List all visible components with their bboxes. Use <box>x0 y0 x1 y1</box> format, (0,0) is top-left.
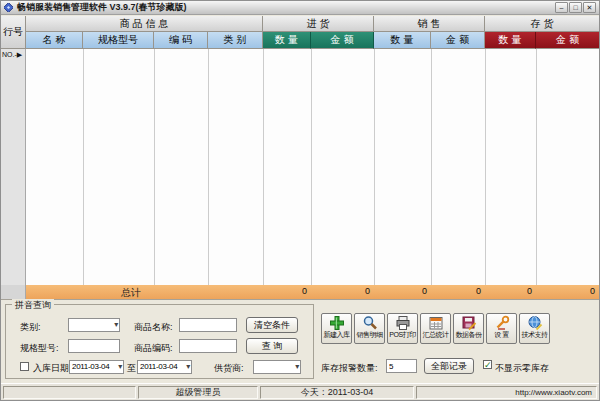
backup-disk-icon <box>461 315 477 331</box>
row-header-column <box>1 49 26 285</box>
grid-vline <box>263 49 264 285</box>
minimize-button[interactable]: – <box>555 2 568 13</box>
group-header-product-info: 商 品 信 息 <box>26 16 263 32</box>
pos-print-button[interactable]: POS打印 <box>387 313 418 344</box>
column-header-purchase-amount: 金 额 <box>311 32 374 49</box>
sales-detail-button[interactable]: 销售明细 <box>354 313 385 344</box>
column-header-stock-qty: 数 量 <box>485 32 536 49</box>
tech-support-button[interactable]: 技术支持 <box>519 313 550 344</box>
title-bar: 畅销服装销售管理软件 V3.9.7(春节珍藏版) – □ ✕ <box>1 1 599 15</box>
close-button[interactable]: ✕ <box>583 2 596 13</box>
grid-bottom-border <box>1 299 599 300</box>
hide-zero-stock-label: 不显示零库存 <box>495 362 549 375</box>
settings-button[interactable]: 设 置 <box>486 313 517 344</box>
toolbar-button-label: 销售明细 <box>355 331 384 339</box>
product-code-label: 商品编码: <box>134 342 173 355</box>
toolbar-button-label: POS打印 <box>388 331 417 339</box>
category-select[interactable]: ▾ <box>68 318 120 332</box>
hide-zero-stock-checkbox[interactable]: ✓ <box>483 360 492 369</box>
column-header-rowno: 行号 <box>1 16 26 49</box>
stockin-date-label: 入库日期: <box>33 362 72 375</box>
status-today: 今天：2011-03-04 <box>260 386 414 399</box>
column-header-spec: 规格型号 <box>83 32 154 49</box>
to-label: 至 <box>127 362 136 375</box>
window-controls: – □ ✕ <box>555 2 596 13</box>
spec-input[interactable] <box>68 339 120 353</box>
all-records-button[interactable]: 全部记录 <box>424 358 474 374</box>
total-sales-amount: 0 <box>431 286 485 296</box>
query-button[interactable]: 查 询 <box>246 338 298 354</box>
stock-alert-input[interactable] <box>386 359 417 373</box>
date-to-picker[interactable]: 2011-03-04 ▾ <box>137 360 192 374</box>
spec-label: 规格型号: <box>20 342 59 355</box>
total-purchase-amount: 0 <box>311 286 374 296</box>
date-from-value: 2011-03-04 <box>72 362 109 371</box>
toolbar-button-label: 设 置 <box>487 331 516 339</box>
status-user: 超级管理员 <box>138 386 258 399</box>
grid-vline <box>83 49 84 285</box>
total-row-corner <box>1 285 26 299</box>
plus-icon <box>329 315 345 331</box>
column-header-code: 编 码 <box>154 32 208 49</box>
chevron-down-icon: ▾ <box>114 321 118 329</box>
maximize-button[interactable]: □ <box>569 2 582 13</box>
current-record-marker: NO.-▶ <box>2 51 22 59</box>
app-window: 畅销服装销售管理软件 V3.9.7(春节珍藏版) – □ ✕ 行号 商 品 信 … <box>0 0 600 401</box>
pinyin-query-groupbox: 拼音查询 类别: ▾ 商品名称: 清空条件 规格型号: 商品编码: 查 询 入库… <box>5 304 314 379</box>
chevron-down-icon: ▾ <box>295 363 299 371</box>
total-purchase-qty: 0 <box>263 286 311 296</box>
supplier-select[interactable]: ▾ <box>253 360 301 374</box>
app-icon <box>4 3 13 12</box>
column-header-sales-qty: 数 量 <box>374 32 431 49</box>
toolbar-button-label: 数据备份 <box>454 331 483 339</box>
globe-icon <box>527 315 543 331</box>
toolbar-button-label: 汇总统计 <box>421 331 450 339</box>
toolbar-button-label: 新建入库 <box>322 331 351 339</box>
grid-vline <box>431 49 432 285</box>
column-header-name: 名 称 <box>26 32 83 49</box>
grid-vline <box>536 49 537 285</box>
grid-vline <box>374 49 375 285</box>
chevron-down-icon: ▾ <box>186 363 190 371</box>
new-stockin-button[interactable]: 新建入库 <box>321 313 352 344</box>
total-stock-amount: 0 <box>536 286 599 296</box>
column-header-stock-amount: 金 额 <box>536 32 599 49</box>
status-url: http://www.xiaotv.com <box>416 386 597 399</box>
window-title: 畅销服装销售管理软件 V3.9.7(春节珍藏版) <box>17 1 187 14</box>
grid-vline <box>208 49 209 285</box>
summary-stats-button[interactable]: 汇总统计 <box>420 313 451 344</box>
column-header-sales-amount: 金 额 <box>431 32 485 49</box>
magnifier-icon <box>362 315 378 331</box>
total-label: 总计 <box>121 286 141 300</box>
group-header-stock: 存 货 <box>485 16 599 32</box>
date-to-value: 2011-03-04 <box>140 362 177 371</box>
group-header-sales: 销 售 <box>374 16 485 32</box>
clear-conditions-button[interactable]: 清空条件 <box>246 317 298 333</box>
product-name-input[interactable] <box>179 318 237 332</box>
column-header-purchase-qty: 数 量 <box>263 32 311 49</box>
group-header-purchase: 进 货 <box>263 16 374 32</box>
date-from-picker[interactable]: 2011-03-04 ▾ <box>69 360 124 374</box>
total-sales-qty: 0 <box>374 286 431 296</box>
column-header-category: 类 别 <box>208 32 263 49</box>
total-stock-qty: 0 <box>485 286 536 296</box>
data-backup-button[interactable]: 数据备份 <box>453 313 484 344</box>
status-segment-empty <box>3 386 136 399</box>
grid-vline <box>311 49 312 285</box>
status-bar: 超级管理员 今天：2011-03-04 http://www.xiaotv.co… <box>1 383 599 400</box>
product-name-label: 商品名称: <box>134 321 173 334</box>
category-label: 类别: <box>20 321 41 334</box>
calculator-icon <box>428 315 444 331</box>
printer-icon <box>395 315 411 331</box>
stockin-date-checkbox[interactable] <box>20 362 29 371</box>
stock-alert-label: 库存报警数量: <box>321 362 378 375</box>
grid-vline <box>485 49 486 285</box>
groupbox-title: 拼音查询 <box>12 299 54 312</box>
total-row: 总计 0 0 0 0 0 0 <box>26 285 599 299</box>
data-grid-body[interactable] <box>1 49 599 285</box>
product-code-input[interactable] <box>179 339 237 353</box>
chevron-down-icon: ▾ <box>118 363 122 371</box>
toolbar-button-label: 技术支持 <box>520 331 549 339</box>
wrench-icon <box>494 315 510 331</box>
supplier-label: 供货商: <box>214 362 244 375</box>
